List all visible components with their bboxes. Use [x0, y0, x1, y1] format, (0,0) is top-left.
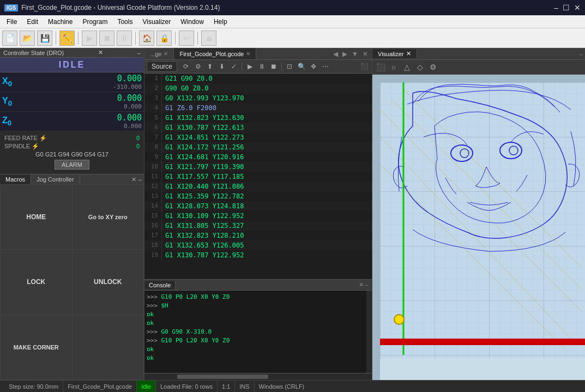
goto-xy-zero-button[interactable]: Go to XY zero [73, 185, 144, 249]
toolbar-sep-4 [175, 32, 176, 45]
menu-visualizer[interactable]: Visualizer [138, 17, 175, 27]
menu-machine[interactable]: Machine [44, 17, 77, 27]
tab-menu-button[interactable]: ▼ [350, 50, 360, 58]
edit-button[interactable]: ✏️ [59, 31, 75, 46]
visualizer-svg [380, 82, 585, 358]
menu-edit[interactable]: Edit [22, 17, 43, 27]
code-line-7: 7 G1 X124.851 Y122.273 [144, 132, 372, 142]
controller-state: Controller State (DRO) ✕ – IDLE X0 0.000… [0, 48, 144, 174]
ed-play-button[interactable]: ▶ [244, 61, 255, 72]
line-number-17: 17 [144, 231, 162, 240]
ed-zoom-button[interactable]: 🔍 [296, 61, 307, 72]
line-number-4: 4 [144, 103, 162, 113]
new-button[interactable]: 📄 [2, 31, 17, 46]
ed-select-button[interactable]: ⊡ [284, 61, 295, 72]
tab-prev-button[interactable]: ◀ [331, 50, 340, 58]
viz-cube-side-button[interactable]: △ [401, 61, 413, 73]
tab-close-all-button[interactable]: ✕ [361, 50, 370, 58]
console-panel: Console ✕ – >>> G10 P0 L20 X0 Y0 Z0 >>> … [144, 279, 372, 380]
console-tab[interactable]: Console [144, 281, 176, 290]
tab-next-button[interactable]: ▶ [341, 50, 349, 58]
viz-settings-button[interactable]: ⚙ [427, 61, 439, 73]
controller-collapse-icon[interactable]: – [137, 50, 141, 56]
viz-cube-iso-button[interactable]: ◇ [414, 61, 426, 73]
minimize-button[interactable]: – [554, 3, 558, 12]
empty-macro-button[interactable] [73, 315, 144, 379]
ed-upload-button[interactable]: ⬆ [204, 61, 215, 72]
ed-check-button[interactable]: ✓ [228, 61, 239, 72]
source-tab[interactable]: Source [147, 61, 177, 72]
macros-tab[interactable]: Macros [0, 174, 31, 184]
line-number-1: 1 [144, 74, 162, 83]
ed-stop-button[interactable]: ⏹ [268, 61, 279, 72]
alarm-button[interactable]: ALARM [55, 160, 89, 170]
ed-pause-button[interactable]: ⏸ [256, 61, 267, 72]
make-corner-button[interactable]: MAKE CORNER [1, 315, 72, 379]
pause-button[interactable]: ⏸ [117, 31, 132, 46]
code-editor[interactable]: 1 G21 G90 Z0.0 2 G90 G0 Z0.0 3 G0 X132.9… [144, 74, 372, 279]
axis-y-primary: 0.000 [117, 93, 142, 103]
menu-window[interactable]: Window [176, 17, 208, 27]
console-scrollbar-thumb[interactable] [177, 375, 268, 379]
maximize-button[interactable]: ☐ [563, 3, 570, 12]
run-button[interactable]: ▶ [82, 31, 97, 46]
console-scrollbar[interactable] [366, 291, 372, 373]
line-number-8: 8 [144, 142, 162, 152]
line-number-16: 16 [144, 221, 162, 231]
viz-cube-front-button[interactable]: ⬛ [375, 61, 387, 73]
save-button[interactable]: 💾 [37, 31, 52, 46]
open-button[interactable]: 📂 [20, 31, 35, 46]
axis-values-z: 0.000 0.000 [19, 113, 142, 130]
line-content-5: G1 X132.823 Y123.630 [162, 113, 244, 123]
visualizer-tab-close[interactable]: ✕ [406, 50, 411, 57]
line-content-14: G1 X128.073 Y124.818 [162, 201, 244, 211]
console-close-icon[interactable]: ✕ – [359, 281, 372, 288]
visualizer-tab[interactable]: Visualizer ✕ [372, 49, 417, 58]
ed-more-button[interactable]: ⋯ [320, 61, 331, 72]
spindle-display: SPINDLE ⚡ 0 [4, 143, 140, 150]
ed-download-button[interactable]: ⬇ [216, 61, 227, 72]
app-icon: IGS [4, 4, 18, 11]
visualizer-tab-bar: Visualizer ✕ – [372, 48, 585, 60]
jog-controller-tab[interactable]: Jog Controller [31, 174, 80, 184]
home-button[interactable]: 🏠 [139, 31, 154, 46]
axis-row-y: Y0 0.000 0.000 [0, 92, 144, 112]
menu-tools[interactable]: Tools [113, 17, 137, 27]
menu-file[interactable]: File [2, 17, 21, 27]
line-content-11: G1 X117.557 Y117.185 [162, 172, 244, 182]
window-controls[interactable]: – ☐ ✕ [554, 3, 581, 12]
lock-button[interactable]: 🔒 [156, 31, 172, 46]
ed-settings-button[interactable]: ⚙ [192, 61, 203, 72]
line-number-6: 6 [144, 123, 162, 132]
axis-x-secondary: -310.000 [113, 83, 142, 91]
home-macro-button[interactable]: HOME [1, 185, 72, 249]
ed-pan-button[interactable]: ✥ [308, 61, 319, 72]
macros-collapse-icon[interactable]: – [138, 176, 142, 183]
controller-close-icon[interactable]: ✕ [98, 49, 103, 56]
ed-expand-button[interactable]: ⬛ [359, 61, 370, 72]
code-line-16: 16 G1 X131.805 Y125.327 [144, 221, 372, 231]
ed-refresh-button[interactable]: ⟳ [180, 61, 191, 72]
tab-partial-close[interactable]: ✕ [164, 51, 168, 57]
line-content-7: G1 X124.851 Y122.273 [162, 132, 244, 142]
lock-macro-button[interactable]: LOCK [1, 250, 72, 314]
stop-button[interactable]: ⏹ [99, 31, 114, 46]
close-button[interactable]: ✕ [574, 3, 581, 12]
line-number-11: 11 [144, 172, 162, 182]
macros-controls[interactable]: ✕ – [131, 174, 144, 184]
tab-gcode[interactable]: First_Gcode_Plot.gcode ✕ [174, 48, 256, 59]
menu-help[interactable]: Help [209, 17, 232, 27]
undo-button[interactable]: ↩ [179, 31, 194, 46]
visualizer-canvas[interactable]: Z+ [372, 75, 585, 380]
ruler-left [372, 75, 380, 380]
tab-gcode-close[interactable]: ✕ [246, 51, 250, 57]
viz-collapse[interactable]: – [580, 51, 585, 57]
tab-partial[interactable]: ...ge ✕ [144, 48, 174, 59]
viz-cube-top-button[interactable]: ○ [388, 61, 400, 73]
menu-program[interactable]: Program [78, 17, 112, 27]
unlock-macro-button[interactable]: UNLOCK [73, 250, 144, 314]
console-horizontal-scrollbar[interactable] [144, 373, 372, 380]
macros-close-icon[interactable]: ✕ [131, 176, 136, 183]
statusbar: Step size: 90.0mm First_Gcode_Plot.gcode… [0, 380, 585, 392]
eject-button[interactable]: ⏏ [201, 31, 216, 46]
